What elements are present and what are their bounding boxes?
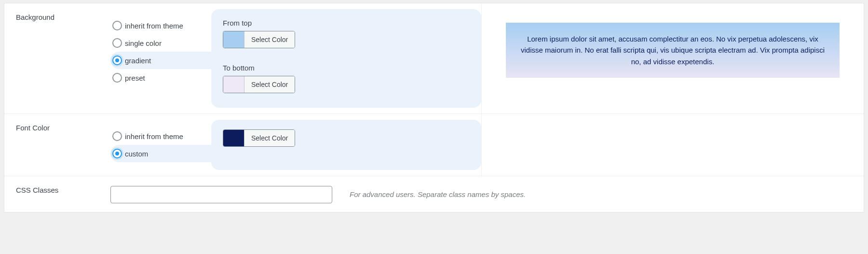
gradient-to-block: To bottom Select Color — [223, 64, 470, 94]
radio-bg-preset[interactable]: preset — [110, 69, 212, 86]
radio-icon — [112, 149, 122, 158]
radio-bg-inherit[interactable]: inherit from theme — [110, 17, 212, 34]
preview-column-empty — [481, 114, 864, 176]
background-body: inherit from theme single color gradient… — [110, 3, 864, 113]
font-color-label: Font Color — [4, 114, 110, 176]
radio-label: gradient — [125, 56, 151, 65]
radio-label: preset — [125, 74, 145, 82]
color-picker-to-bottom[interactable]: Select Color — [223, 76, 295, 93]
css-classes-label: CSS Classes — [4, 176, 110, 212]
background-gradient-config: From top Select Color To bottom Select C… — [211, 9, 481, 108]
select-color-button[interactable]: Select Color — [244, 76, 295, 93]
row-css-classes: CSS Classes For advanced users. Separate… — [4, 176, 864, 212]
select-color-button[interactable]: Select Color — [244, 130, 295, 146]
fontcolor-radio-group: inherit from theme custom — [110, 114, 212, 176]
radio-label: inherit from theme — [125, 132, 183, 141]
select-color-button[interactable]: Select Color — [244, 31, 295, 48]
radio-label: inherit from theme — [125, 22, 183, 30]
background-radio-group: inherit from theme single color gradient… — [110, 3, 212, 113]
row-background: Background inherit from theme single col… — [4, 3, 864, 113]
gradient-from-block: From top Select Color — [223, 19, 470, 49]
radio-fc-inherit[interactable]: inherit from theme — [110, 127, 212, 145]
gradient-to-label: To bottom — [223, 64, 470, 72]
color-swatch-icon — [223, 76, 244, 93]
radio-icon — [112, 73, 122, 83]
css-classes-input[interactable] — [110, 186, 332, 203]
font-color-config: Select Color — [211, 120, 481, 170]
color-swatch-icon — [223, 31, 244, 48]
radio-icon — [112, 56, 122, 65]
background-label: Background — [4, 3, 110, 113]
row-font-color: Font Color inherit from theme custom Sel… — [4, 113, 864, 176]
preview-column: Lorem ipsum dolor sit amet, accusam comp… — [481, 3, 864, 113]
radio-bg-single[interactable]: single color — [110, 34, 212, 52]
radio-fc-custom[interactable]: custom — [110, 145, 212, 162]
font-color-body: inherit from theme custom Select Color — [110, 114, 864, 176]
radio-icon — [112, 131, 122, 141]
css-classes-help: For advanced users. Separate class names… — [350, 190, 526, 198]
radio-bg-gradient[interactable]: gradient — [110, 52, 212, 69]
color-swatch-icon — [223, 130, 244, 146]
font-color-picker-block: Select Color — [223, 129, 470, 148]
gradient-from-label: From top — [223, 19, 470, 27]
radio-label: custom — [125, 150, 148, 158]
settings-panel: Background inherit from theme single col… — [4, 3, 864, 212]
preview-box: Lorem ipsum dolor sit amet, accusam comp… — [506, 23, 840, 78]
radio-label: single color — [125, 39, 162, 47]
radio-icon — [112, 38, 122, 48]
css-classes-body: For advanced users. Separate class names… — [110, 176, 864, 212]
color-picker-font[interactable]: Select Color — [223, 129, 295, 147]
radio-icon — [112, 21, 122, 30]
color-picker-from-top[interactable]: Select Color — [223, 31, 295, 48]
